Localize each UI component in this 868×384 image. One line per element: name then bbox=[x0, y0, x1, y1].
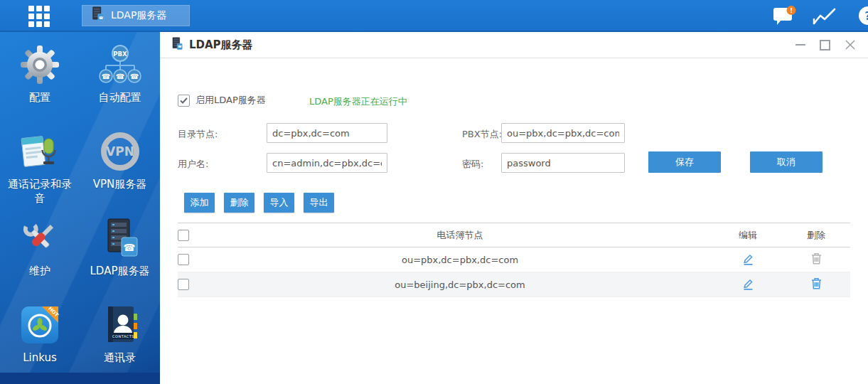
sidebar: 配置 PBX ☎ ☎ ☎ 自动配置 bbox=[0, 32, 160, 384]
svg-text:!: ! bbox=[790, 7, 793, 14]
directory-node-input[interactable] bbox=[267, 123, 387, 143]
maintenance-tools-icon bbox=[19, 215, 60, 261]
row-checkbox[interactable] bbox=[178, 254, 189, 265]
svg-text:☎: ☎ bbox=[115, 73, 124, 80]
ldap-server-icon: ☎ bbox=[100, 215, 141, 261]
pbx-node-input[interactable] bbox=[501, 123, 625, 143]
gear-icon bbox=[19, 42, 60, 87]
username-label: 用户名: bbox=[178, 158, 208, 171]
sidebar-item-maintenance[interactable]: 维护 bbox=[0, 210, 80, 297]
cancel-button[interactable]: 取消 bbox=[750, 151, 823, 173]
row-checkbox[interactable] bbox=[178, 279, 189, 290]
sidebar-label: 维护 bbox=[29, 265, 50, 279]
sidebar-item-vpn-server[interactable]: VPN VPN服务器 bbox=[80, 123, 160, 210]
window-content: 启用LDAP服务器 LDAP服务器正在运行中 目录节点: PBX节点: 用户名:… bbox=[160, 58, 868, 383]
sidebar-label: LDAP服务器 bbox=[90, 265, 150, 279]
sidebar-label: 配置 bbox=[29, 91, 50, 105]
topbar: ☎ LDAP服务器 ! ? bbox=[0, 0, 868, 32]
call-logs-recording-icon bbox=[19, 129, 60, 174]
node-column-header: 电话簿节点 bbox=[206, 229, 714, 242]
svg-text:PBX: PBX bbox=[113, 50, 127, 58]
sidebar-label: VPN服务器 bbox=[93, 178, 147, 192]
notifications-icon[interactable]: ! bbox=[773, 6, 796, 28]
sidebar-item-linkus[interactable]: HOT Linkus bbox=[0, 297, 80, 383]
window-title: LDAP服务器 bbox=[189, 38, 253, 52]
ldap-running-status: LDAP服务器正在运行中 bbox=[309, 95, 407, 108]
ldap-server-icon: ☎ bbox=[90, 6, 105, 25]
trash-icon[interactable] bbox=[811, 277, 822, 289]
edit-icon[interactable] bbox=[742, 277, 754, 290]
pbx-node-label: PBX节点: bbox=[462, 128, 502, 141]
svg-text:CONTACTS: CONTACTS bbox=[112, 334, 134, 338]
maximize-button[interactable] bbox=[820, 40, 830, 50]
edit-column-header: 编辑 bbox=[714, 229, 782, 242]
sidebar-item-contacts[interactable]: CONTACTS 通讯录 bbox=[80, 297, 160, 383]
minimize-button[interactable] bbox=[795, 40, 805, 50]
ldap-server-icon: ☎ bbox=[170, 37, 183, 53]
sidebar-label: 通话记录和录音 bbox=[7, 178, 73, 206]
sidebar-label: 通讯录 bbox=[104, 351, 136, 366]
svg-text:☎: ☎ bbox=[178, 45, 182, 48]
select-all-checkbox[interactable] bbox=[178, 230, 189, 241]
password-label: 密码: bbox=[462, 158, 483, 171]
add-button[interactable]: 添加 bbox=[184, 193, 215, 213]
phonebook-node-cell: ou=pbx,dc=pbx,dc=com bbox=[206, 255, 714, 265]
sidebar-item-call-logs[interactable]: 通话记录和录音 bbox=[0, 123, 80, 210]
edit-icon[interactable] bbox=[742, 252, 754, 265]
apps-grid-icon[interactable] bbox=[28, 6, 50, 27]
resource-monitor-icon[interactable] bbox=[813, 7, 837, 28]
svg-text:VPN: VPN bbox=[106, 144, 134, 159]
save-button[interactable]: 保存 bbox=[648, 151, 721, 173]
sidebar-label: Linkus bbox=[23, 351, 57, 366]
contacts-book-icon: CONTACTS bbox=[100, 302, 141, 348]
ldap-server-window: ☎ LDAP服务器 启用LDAP服务器 LDAP服务器正在运行中 目录节点: P… bbox=[160, 32, 868, 384]
table-header-row: 电话簿节点 编辑 删除 bbox=[178, 223, 850, 247]
phonebook-node-cell: ou=beijing,dc=pbx,dc=com bbox=[206, 279, 714, 290]
password-input[interactable] bbox=[501, 153, 625, 173]
svg-text:☎: ☎ bbox=[123, 242, 135, 253]
svg-text:☎: ☎ bbox=[99, 16, 104, 20]
enable-ldap-label: 启用LDAP服务器 bbox=[195, 94, 266, 107]
phonebook-table: 电话簿节点 编辑 删除 ou=pbx,dc=pbx,dc=com bbox=[178, 223, 850, 297]
delete-button[interactable]: 删除 bbox=[224, 193, 254, 213]
delete-column-header: 删除 bbox=[782, 229, 850, 242]
svg-text:☎: ☎ bbox=[129, 73, 138, 80]
trash-icon bbox=[811, 252, 822, 265]
sidebar-item-auto-provisioning[interactable]: PBX ☎ ☎ ☎ 自动配置 bbox=[80, 36, 160, 123]
sidebar-item-settings[interactable]: 配置 bbox=[0, 36, 80, 123]
linkus-icon: HOT bbox=[19, 302, 60, 348]
username-input[interactable] bbox=[267, 153, 387, 173]
table-row: ou=pbx,dc=pbx,dc=com bbox=[178, 247, 850, 272]
tab-label: LDAP服务器 bbox=[111, 9, 166, 22]
sidebar-label: 自动配置 bbox=[99, 91, 141, 105]
taskbar-tab-ldap-server[interactable]: ☎ LDAP服务器 bbox=[82, 5, 190, 26]
help-icon[interactable]: ? bbox=[859, 6, 868, 25]
window-titlebar: ☎ LDAP服务器 bbox=[160, 32, 868, 58]
sidebar-item-ldap-server[interactable]: ☎ LDAP服务器 bbox=[80, 210, 160, 297]
import-button[interactable]: 导入 bbox=[264, 193, 294, 213]
directory-node-label: 目录节点: bbox=[178, 128, 218, 141]
auto-provisioning-icon: PBX ☎ ☎ ☎ bbox=[97, 42, 143, 87]
enable-ldap-checkbox[interactable] bbox=[178, 95, 190, 107]
svg-text:☎: ☎ bbox=[101, 73, 109, 80]
close-button[interactable] bbox=[845, 40, 855, 50]
vpn-server-icon: VPN bbox=[100, 129, 141, 174]
export-button[interactable]: 导出 bbox=[304, 193, 334, 213]
table-row: ou=beijing,dc=pbx,dc=com bbox=[178, 272, 850, 297]
